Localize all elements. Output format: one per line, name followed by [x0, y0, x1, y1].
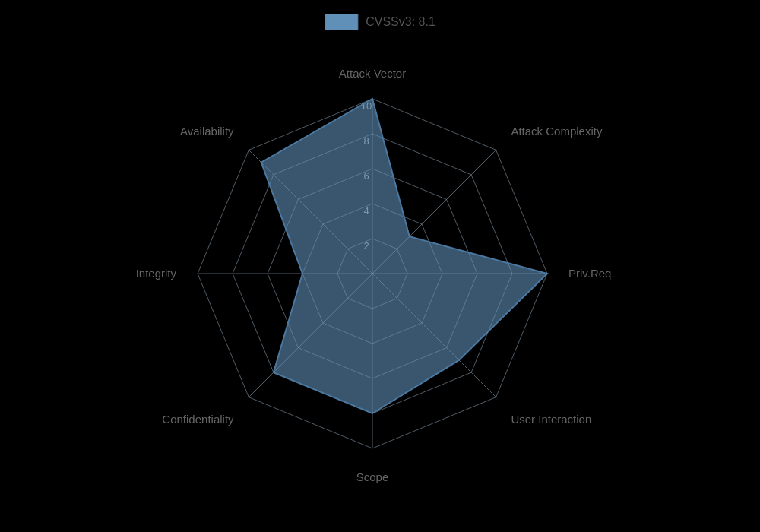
svg-marker-18 [261, 99, 547, 413]
svg-text:Priv.Req.: Priv.Req. [568, 267, 615, 280]
chart-container: CVSSv3: 8.1 246810Attack VectorAttack Co… [0, 0, 760, 532]
svg-text:Scope: Scope [356, 470, 389, 483]
radar-svg: 246810Attack VectorAttack ComplexityPriv… [0, 0, 760, 532]
svg-text:User Interaction: User Interaction [511, 413, 591, 426]
svg-text:Availability: Availability [180, 125, 234, 138]
svg-text:Attack Vector: Attack Vector [339, 67, 406, 80]
svg-text:Attack Complexity: Attack Complexity [511, 125, 603, 138]
svg-text:Integrity: Integrity [136, 267, 177, 280]
svg-text:Confidentiality: Confidentiality [162, 413, 234, 426]
